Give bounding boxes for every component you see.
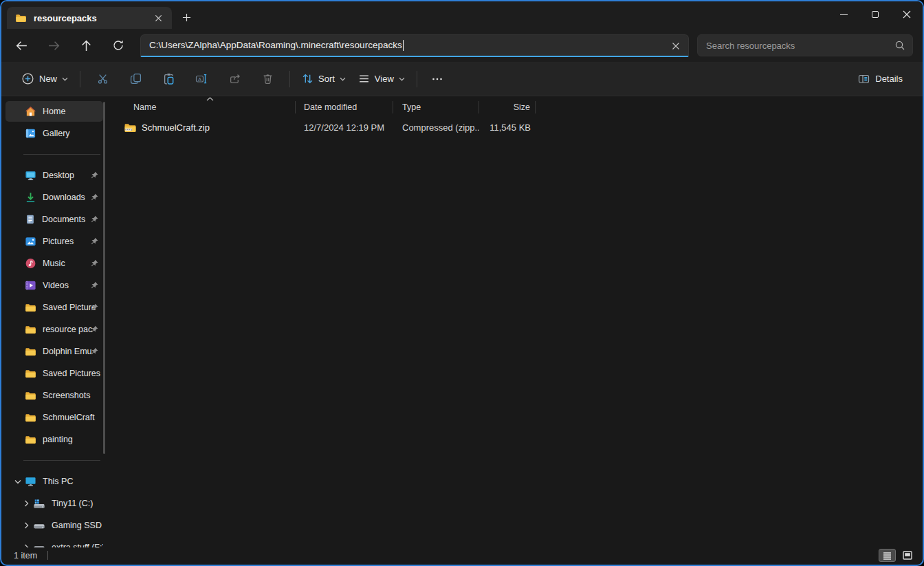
sidebar-item-label: extra stuff (F:) <box>52 543 103 547</box>
address-bar[interactable]: C:\Users\ZAlpha\AppData\Roaming\.minecra… <box>140 34 689 57</box>
pin-icon <box>90 303 99 312</box>
sidebar-separator <box>23 460 100 461</box>
plus-icon <box>182 13 191 22</box>
minimize-icon <box>840 14 848 15</box>
music-icon <box>25 258 36 269</box>
chevron-down-icon[interactable] <box>11 479 25 484</box>
sidebar-item-desktop[interactable]: Desktop <box>6 165 103 186</box>
search-box[interactable] <box>697 34 913 56</box>
details-pane-button[interactable]: Details <box>852 67 909 91</box>
documents-icon <box>25 214 36 225</box>
pin-icon <box>90 325 99 334</box>
toolbar-separator <box>289 71 290 87</box>
chevron-right-icon[interactable] <box>19 522 33 529</box>
search-icon[interactable] <box>894 40 905 51</box>
paste-icon <box>163 73 175 85</box>
sidebar-item-saved-picture-pinned[interactable]: Saved Picture <box>6 297 103 318</box>
folder-icon <box>25 369 36 378</box>
column-header-date-modified[interactable]: Date modified <box>296 101 393 113</box>
downloads-icon <box>25 192 36 203</box>
close-button[interactable] <box>891 1 923 28</box>
pin-icon <box>90 193 99 202</box>
sidebar-item-documents[interactable]: Documents <box>6 209 103 230</box>
sidebar-item-dolphin-emu[interactable]: Dolphin Emu <box>6 341 103 362</box>
file-row-schmuelcraft-zip[interactable]: SchmuelCraft.zip 12/7/2024 12:19 PM Comp… <box>118 117 921 138</box>
sidebar-item-screenshots[interactable]: Screenshots <box>6 385 103 406</box>
new-button[interactable]: New <box>15 67 74 91</box>
sidebar-separator <box>23 154 100 155</box>
copy-button[interactable] <box>122 67 149 91</box>
sidebar-item-label: Saved Pictures <box>43 369 103 378</box>
sidebar-item-label: Gallery <box>43 129 103 138</box>
file-list: Name Date modified Type Size SchmuelCraf… <box>111 98 921 547</box>
address-text: C:\Users\ZAlpha\AppData\Roaming\.minecra… <box>149 40 402 50</box>
sidebar-item-resource-packs[interactable]: resource pac <box>6 319 103 340</box>
new-label: New <box>39 74 57 84</box>
refresh-icon <box>112 39 124 52</box>
sidebar-item-label: Tiny11 (C:) <box>52 499 103 508</box>
thumbnail-view-toggle[interactable] <box>899 549 916 562</box>
cut-button[interactable] <box>89 67 116 91</box>
column-header-type[interactable]: Type <box>393 101 479 113</box>
view-label: View <box>375 74 394 84</box>
paste-button[interactable] <box>155 67 182 91</box>
sort-icon <box>302 73 314 85</box>
file-size: 11,545 KB <box>479 122 536 133</box>
tab-close-icon[interactable] <box>150 10 166 26</box>
details-view-toggle[interactable] <box>879 549 896 562</box>
tab-resourcepacks[interactable]: resourcepacks <box>7 7 172 29</box>
delete-icon <box>262 73 274 85</box>
copy-icon <box>130 73 142 85</box>
main-area: Home Gallery Desktop <box>3 98 921 547</box>
sidebar-item-downloads[interactable]: Downloads <box>6 187 103 208</box>
file-date-modified: 12/7/2024 12:19 PM <box>296 122 393 133</box>
column-header-size[interactable]: Size <box>479 101 536 113</box>
share-button[interactable] <box>221 67 248 91</box>
sidebar-item-home[interactable]: Home <box>6 101 103 122</box>
sidebar-item-schmuelcraft[interactable]: SchmuelCraft <box>6 407 103 428</box>
tab-title: resourcepacks <box>34 13 150 23</box>
folder-icon <box>25 413 36 422</box>
pin-icon <box>90 259 99 268</box>
back-button[interactable] <box>10 34 33 57</box>
navigation-bar: C:\Users\ZAlpha\AppData\Roaming\.minecra… <box>1 29 923 62</box>
sidebar-item-drive-c[interactable]: Tiny11 (C:) <box>6 493 103 514</box>
sidebar-item-drive-gaming-ssd[interactable]: Gaming SSD (D <box>6 515 103 536</box>
rename-button[interactable]: A <box>188 67 215 91</box>
sidebar-item-saved-pictures[interactable]: Saved Pictures <box>6 363 103 384</box>
sidebar-item-videos[interactable]: Videos <box>6 275 103 296</box>
zip-folder-icon <box>124 122 137 133</box>
minimize-button[interactable] <box>828 1 859 28</box>
more-options-button[interactable] <box>426 67 449 91</box>
delete-button[interactable] <box>254 67 281 91</box>
search-input[interactable] <box>698 41 912 51</box>
folder-icon <box>25 435 36 444</box>
videos-icon <box>25 280 36 291</box>
forward-icon <box>47 39 60 52</box>
command-bar: New A <box>1 62 923 96</box>
new-tab-button[interactable] <box>177 8 195 26</box>
up-button[interactable] <box>74 34 98 57</box>
sidebar-item-label: Home <box>43 107 103 116</box>
sort-ascending-icon <box>206 97 214 101</box>
maximize-button[interactable] <box>859 1 891 28</box>
forward-button[interactable] <box>42 34 65 57</box>
sidebar-item-label: SchmuelCraft <box>43 413 103 422</box>
pin-icon <box>90 215 99 224</box>
sort-button[interactable]: Sort <box>296 67 352 91</box>
up-icon <box>80 39 93 52</box>
sidebar-item-pictures[interactable]: Pictures <box>6 231 103 252</box>
sidebar-item-drive-extra-stuff[interactable]: extra stuff (F:) <box>6 537 103 547</box>
folder-icon <box>25 303 36 312</box>
chevron-down-icon <box>340 77 346 81</box>
column-header-name[interactable]: Name <box>118 101 296 113</box>
sidebar-item-this-pc[interactable]: This PC <box>6 471 103 492</box>
address-clear-button[interactable] <box>668 38 684 54</box>
chevron-right-icon[interactable] <box>19 500 33 507</box>
refresh-button[interactable] <box>107 34 130 57</box>
sidebar-item-gallery[interactable]: Gallery <box>6 123 103 144</box>
sidebar-scrollbar[interactable] <box>103 102 105 454</box>
sidebar-item-music[interactable]: Music <box>6 253 103 274</box>
view-button[interactable]: View <box>352 67 411 91</box>
sidebar-item-painting[interactable]: painting <box>6 429 103 450</box>
